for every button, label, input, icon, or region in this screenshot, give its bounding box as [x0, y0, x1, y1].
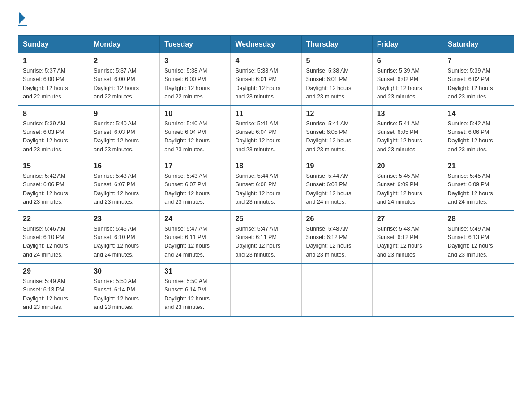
day-cell: 20 Sunrise: 5:45 AMSunset: 6:09 PMDaylig… — [372, 158, 443, 211]
day-cell: 10 Sunrise: 5:40 AMSunset: 6:04 PMDaylig… — [160, 106, 231, 158]
day-number: 22 — [23, 215, 84, 223]
week-row-2: 8 Sunrise: 5:39 AMSunset: 6:03 PMDayligh… — [18, 106, 514, 158]
day-cell: 16 Sunrise: 5:43 AMSunset: 6:07 PMDaylig… — [89, 158, 160, 211]
page-header — [18, 13, 514, 26]
column-header-thursday: Thursday — [301, 36, 372, 53]
calendar-body: 1 Sunrise: 5:37 AMSunset: 6:00 PMDayligh… — [18, 53, 514, 316]
day-cell: 23 Sunrise: 5:46 AMSunset: 6:10 PMDaylig… — [89, 211, 160, 264]
day-info: Sunrise: 5:50 AMSunset: 6:14 PMDaylight:… — [94, 277, 155, 312]
day-info: Sunrise: 5:38 AMSunset: 6:01 PMDaylight:… — [235, 67, 296, 102]
day-info: Sunrise: 5:44 AMSunset: 6:08 PMDaylight:… — [235, 172, 296, 207]
day-info: Sunrise: 5:49 AMSunset: 6:13 PMDaylight:… — [23, 277, 84, 312]
day-cell: 26 Sunrise: 5:48 AMSunset: 6:12 PMDaylig… — [301, 211, 372, 264]
column-header-wednesday: Wednesday — [231, 36, 301, 53]
day-number: 10 — [164, 110, 226, 118]
day-number: 26 — [306, 215, 368, 223]
day-info: Sunrise: 5:37 AMSunset: 6:00 PMDaylight:… — [94, 67, 155, 102]
day-cell — [443, 263, 514, 316]
day-cell: 30 Sunrise: 5:50 AMSunset: 6:14 PMDaylig… — [89, 263, 160, 316]
day-number: 16 — [94, 162, 155, 170]
column-header-saturday: Saturday — [443, 36, 514, 53]
day-number: 3 — [164, 57, 226, 65]
day-number: 2 — [94, 57, 155, 65]
day-info: Sunrise: 5:39 AMSunset: 6:02 PMDaylight:… — [377, 67, 438, 102]
day-cell — [231, 263, 301, 316]
day-info: Sunrise: 5:39 AMSunset: 6:03 PMDaylight:… — [23, 120, 84, 154]
day-number: 19 — [306, 162, 368, 170]
day-number: 20 — [377, 162, 438, 170]
day-cell: 12 Sunrise: 5:41 AMSunset: 6:05 PMDaylig… — [301, 106, 372, 158]
day-info: Sunrise: 5:43 AMSunset: 6:07 PMDaylight:… — [94, 172, 155, 207]
day-number: 17 — [164, 162, 226, 170]
day-number: 24 — [164, 215, 226, 223]
day-info: Sunrise: 5:38 AMSunset: 6:01 PMDaylight:… — [306, 67, 368, 102]
day-cell — [301, 263, 372, 316]
day-number: 31 — [164, 267, 226, 275]
day-cell: 3 Sunrise: 5:38 AMSunset: 6:00 PMDayligh… — [160, 53, 231, 106]
header-row: SundayMondayTuesdayWednesdayThursdayFrid… — [18, 36, 514, 53]
day-number: 9 — [94, 110, 155, 118]
day-info: Sunrise: 5:47 AMSunset: 6:11 PMDaylight:… — [164, 225, 226, 260]
day-cell: 27 Sunrise: 5:48 AMSunset: 6:12 PMDaylig… — [372, 211, 443, 264]
day-cell: 5 Sunrise: 5:38 AMSunset: 6:01 PMDayligh… — [301, 53, 372, 106]
day-info: Sunrise: 5:41 AMSunset: 6:05 PMDaylight:… — [306, 120, 368, 154]
day-info: Sunrise: 5:49 AMSunset: 6:13 PMDaylight:… — [448, 225, 509, 260]
week-row-5: 29 Sunrise: 5:49 AMSunset: 6:13 PMDaylig… — [18, 263, 514, 316]
day-info: Sunrise: 5:46 AMSunset: 6:10 PMDaylight:… — [23, 225, 84, 260]
day-cell: 29 Sunrise: 5:49 AMSunset: 6:13 PMDaylig… — [18, 263, 89, 316]
day-info: Sunrise: 5:41 AMSunset: 6:04 PMDaylight:… — [235, 120, 296, 154]
day-info: Sunrise: 5:42 AMSunset: 6:06 PMDaylight:… — [23, 172, 84, 207]
day-number: 30 — [94, 267, 155, 275]
day-cell: 31 Sunrise: 5:50 AMSunset: 6:14 PMDaylig… — [160, 263, 231, 316]
day-number: 7 — [448, 57, 509, 65]
day-info: Sunrise: 5:46 AMSunset: 6:10 PMDaylight:… — [94, 225, 155, 260]
column-header-friday: Friday — [372, 36, 443, 53]
day-number: 11 — [235, 110, 296, 118]
day-number: 4 — [235, 57, 296, 65]
day-info: Sunrise: 5:40 AMSunset: 6:04 PMDaylight:… — [164, 120, 226, 154]
day-cell: 8 Sunrise: 5:39 AMSunset: 6:03 PMDayligh… — [18, 106, 89, 158]
day-number: 5 — [306, 57, 368, 65]
day-cell: 1 Sunrise: 5:37 AMSunset: 6:00 PMDayligh… — [18, 53, 89, 106]
day-info: Sunrise: 5:50 AMSunset: 6:14 PMDaylight:… — [164, 277, 226, 312]
week-row-3: 15 Sunrise: 5:42 AMSunset: 6:06 PMDaylig… — [18, 158, 514, 211]
day-info: Sunrise: 5:42 AMSunset: 6:06 PMDaylight:… — [448, 120, 509, 154]
column-header-tuesday: Tuesday — [160, 36, 231, 53]
calendar-table: SundayMondayTuesdayWednesdayThursdayFrid… — [18, 35, 514, 317]
logo-underline — [18, 25, 27, 26]
logo-triangle-icon — [19, 12, 25, 24]
day-number: 29 — [23, 267, 84, 275]
day-number: 14 — [448, 110, 509, 118]
day-cell: 17 Sunrise: 5:43 AMSunset: 6:07 PMDaylig… — [160, 158, 231, 211]
calendar-header: SundayMondayTuesdayWednesdayThursdayFrid… — [18, 36, 514, 53]
day-number: 23 — [94, 215, 155, 223]
day-cell: 25 Sunrise: 5:47 AMSunset: 6:11 PMDaylig… — [231, 211, 301, 264]
day-info: Sunrise: 5:44 AMSunset: 6:08 PMDaylight:… — [306, 172, 368, 207]
day-info: Sunrise: 5:48 AMSunset: 6:12 PMDaylight:… — [377, 225, 438, 260]
day-cell: 28 Sunrise: 5:49 AMSunset: 6:13 PMDaylig… — [443, 211, 514, 264]
day-info: Sunrise: 5:40 AMSunset: 6:03 PMDaylight:… — [94, 120, 155, 154]
day-number: 27 — [377, 215, 438, 223]
day-cell: 11 Sunrise: 5:41 AMSunset: 6:04 PMDaylig… — [231, 106, 301, 158]
day-cell — [372, 263, 443, 316]
day-cell: 18 Sunrise: 5:44 AMSunset: 6:08 PMDaylig… — [231, 158, 301, 211]
day-cell: 19 Sunrise: 5:44 AMSunset: 6:08 PMDaylig… — [301, 158, 372, 211]
day-info: Sunrise: 5:37 AMSunset: 6:00 PMDaylight:… — [23, 67, 84, 102]
day-number: 21 — [448, 162, 509, 170]
day-info: Sunrise: 5:43 AMSunset: 6:07 PMDaylight:… — [164, 172, 226, 207]
column-header-monday: Monday — [89, 36, 160, 53]
day-cell: 21 Sunrise: 5:45 AMSunset: 6:09 PMDaylig… — [443, 158, 514, 211]
day-cell: 7 Sunrise: 5:39 AMSunset: 6:02 PMDayligh… — [443, 53, 514, 106]
day-cell: 22 Sunrise: 5:46 AMSunset: 6:10 PMDaylig… — [18, 211, 89, 264]
day-cell: 14 Sunrise: 5:42 AMSunset: 6:06 PMDaylig… — [443, 106, 514, 158]
day-number: 28 — [448, 215, 509, 223]
day-number: 13 — [377, 110, 438, 118]
day-number: 1 — [23, 57, 84, 65]
day-info: Sunrise: 5:45 AMSunset: 6:09 PMDaylight:… — [448, 172, 509, 207]
day-number: 25 — [235, 215, 296, 223]
logo — [18, 13, 27, 26]
day-info: Sunrise: 5:41 AMSunset: 6:05 PMDaylight:… — [377, 120, 438, 154]
day-number: 18 — [235, 162, 296, 170]
day-cell: 24 Sunrise: 5:47 AMSunset: 6:11 PMDaylig… — [160, 211, 231, 264]
day-number: 6 — [377, 57, 438, 65]
